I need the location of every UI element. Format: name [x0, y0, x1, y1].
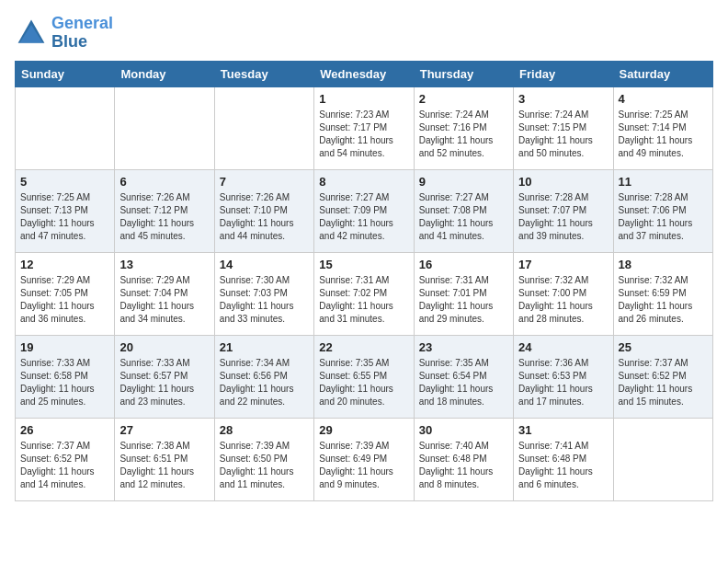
day-number: 5 — [20, 175, 109, 189]
day-info: Sunrise: 7:28 AM Sunset: 7:07 PM Dayligh… — [518, 191, 608, 243]
calendar-day: 11Sunrise: 7:28 AM Sunset: 7:06 PM Dayli… — [613, 169, 712, 252]
day-number: 28 — [220, 423, 309, 437]
day-info: Sunrise: 7:36 AM Sunset: 6:53 PM Dayligh… — [518, 357, 608, 408]
day-number: 14 — [220, 258, 309, 271]
calendar-day: 24Sunrise: 7:36 AM Sunset: 6:53 PM Dayli… — [514, 335, 613, 418]
calendar-day: 5Sunrise: 7:25 AM Sunset: 7:13 PM Daylig… — [16, 169, 115, 252]
day-number: 17 — [518, 258, 608, 271]
day-number: 26 — [20, 423, 109, 437]
day-number: 15 — [319, 258, 408, 271]
weekday-sunday: Sunday — [16, 61, 115, 86]
day-info: Sunrise: 7:26 AM Sunset: 7:12 PM Dayligh… — [119, 191, 209, 243]
day-info: Sunrise: 7:25 AM Sunset: 7:14 PM Dayligh… — [619, 109, 708, 160]
day-number: 31 — [518, 423, 608, 437]
day-info: Sunrise: 7:26 AM Sunset: 7:10 PM Dayligh… — [220, 191, 309, 243]
day-info: Sunrise: 7:24 AM Sunset: 7:15 PM Dayligh… — [518, 109, 608, 160]
day-info: Sunrise: 7:28 AM Sunset: 7:06 PM Dayligh… — [619, 191, 708, 243]
day-info: Sunrise: 7:30 AM Sunset: 7:03 PM Dayligh… — [220, 274, 309, 326]
calendar-day: 4Sunrise: 7:25 AM Sunset: 7:14 PM Daylig… — [613, 86, 712, 169]
day-number: 16 — [419, 258, 508, 271]
calendar-day — [613, 418, 712, 500]
day-info: Sunrise: 7:24 AM Sunset: 7:16 PM Dayligh… — [419, 109, 508, 160]
calendar-day: 16Sunrise: 7:31 AM Sunset: 7:01 PM Dayli… — [414, 252, 513, 335]
day-number: 30 — [419, 423, 508, 437]
day-info: Sunrise: 7:41 AM Sunset: 6:48 PM Dayligh… — [518, 440, 608, 491]
calendar-day: 21Sunrise: 7:34 AM Sunset: 6:56 PM Dayli… — [214, 335, 313, 418]
calendar-day: 31Sunrise: 7:41 AM Sunset: 6:48 PM Dayli… — [514, 418, 613, 500]
calendar-day: 20Sunrise: 7:33 AM Sunset: 6:57 PM Dayli… — [115, 335, 214, 418]
day-number: 7 — [220, 175, 309, 189]
day-number: 22 — [319, 340, 408, 354]
calendar-day — [16, 86, 115, 169]
calendar-day: 22Sunrise: 7:35 AM Sunset: 6:55 PM Dayli… — [314, 335, 414, 418]
calendar-week-1: 1Sunrise: 7:23 AM Sunset: 7:17 PM Daylig… — [16, 86, 713, 169]
day-number: 19 — [20, 340, 109, 354]
day-number: 6 — [119, 175, 209, 189]
day-info: Sunrise: 7:35 AM Sunset: 6:55 PM Dayligh… — [319, 357, 408, 408]
calendar-body: 1Sunrise: 7:23 AM Sunset: 7:17 PM Daylig… — [16, 86, 713, 500]
calendar-day: 14Sunrise: 7:30 AM Sunset: 7:03 PM Dayli… — [214, 252, 313, 335]
calendar-day: 13Sunrise: 7:29 AM Sunset: 7:04 PM Dayli… — [115, 252, 214, 335]
calendar-day: 27Sunrise: 7:38 AM Sunset: 6:51 PM Dayli… — [115, 418, 214, 500]
day-number: 24 — [518, 340, 608, 354]
weekday-friday: Friday — [514, 61, 613, 86]
day-info: Sunrise: 7:25 AM Sunset: 7:13 PM Dayligh… — [20, 191, 109, 243]
calendar-day: 18Sunrise: 7:32 AM Sunset: 6:59 PM Dayli… — [613, 252, 712, 335]
day-info: Sunrise: 7:34 AM Sunset: 6:56 PM Dayligh… — [220, 357, 309, 408]
calendar-week-4: 19Sunrise: 7:33 AM Sunset: 6:58 PM Dayli… — [16, 335, 713, 418]
calendar-header: SundayMondayTuesdayWednesdayThursdayFrid… — [16, 61, 713, 86]
weekday-thursday: Thursday — [414, 61, 513, 86]
weekday-saturday: Saturday — [613, 61, 712, 86]
day-number: 10 — [518, 175, 608, 189]
day-info: Sunrise: 7:27 AM Sunset: 7:09 PM Dayligh… — [319, 191, 408, 243]
day-number: 25 — [619, 340, 708, 354]
calendar-day: 1Sunrise: 7:23 AM Sunset: 7:17 PM Daylig… — [314, 86, 414, 169]
calendar-day: 12Sunrise: 7:29 AM Sunset: 7:05 PM Dayli… — [16, 252, 115, 335]
calendar-day: 29Sunrise: 7:39 AM Sunset: 6:49 PM Dayli… — [314, 418, 414, 500]
calendar-week-5: 26Sunrise: 7:37 AM Sunset: 6:52 PM Dayli… — [16, 418, 713, 500]
day-info: Sunrise: 7:35 AM Sunset: 6:54 PM Dayligh… — [419, 357, 508, 408]
calendar-day — [214, 86, 313, 169]
day-number: 21 — [220, 340, 309, 354]
weekday-header-row: SundayMondayTuesdayWednesdayThursdayFrid… — [16, 61, 713, 86]
day-info: Sunrise: 7:38 AM Sunset: 6:51 PM Dayligh… — [119, 440, 209, 491]
calendar-day: 2Sunrise: 7:24 AM Sunset: 7:16 PM Daylig… — [414, 86, 513, 169]
calendar-day: 9Sunrise: 7:27 AM Sunset: 7:08 PM Daylig… — [414, 169, 513, 252]
day-info: Sunrise: 7:27 AM Sunset: 7:08 PM Dayligh… — [419, 191, 508, 243]
day-info: Sunrise: 7:33 AM Sunset: 6:57 PM Dayligh… — [119, 357, 209, 408]
calendar-week-2: 5Sunrise: 7:25 AM Sunset: 7:13 PM Daylig… — [16, 169, 713, 252]
day-info: Sunrise: 7:23 AM Sunset: 7:17 PM Dayligh… — [319, 109, 408, 160]
day-number: 23 — [419, 340, 508, 354]
day-number: 11 — [619, 175, 708, 189]
day-info: Sunrise: 7:32 AM Sunset: 7:00 PM Dayligh… — [518, 274, 608, 326]
calendar-day: 10Sunrise: 7:28 AM Sunset: 7:07 PM Dayli… — [514, 169, 613, 252]
day-number: 13 — [119, 258, 209, 271]
day-number: 3 — [518, 92, 608, 106]
day-info: Sunrise: 7:29 AM Sunset: 7:04 PM Dayligh… — [119, 274, 209, 326]
calendar-day: 30Sunrise: 7:40 AM Sunset: 6:48 PM Dayli… — [414, 418, 513, 500]
calendar-day: 15Sunrise: 7:31 AM Sunset: 7:02 PM Dayli… — [314, 252, 414, 335]
day-number: 9 — [419, 175, 508, 189]
day-info: Sunrise: 7:31 AM Sunset: 7:02 PM Dayligh… — [319, 274, 408, 326]
calendar-day: 25Sunrise: 7:37 AM Sunset: 6:52 PM Dayli… — [613, 335, 712, 418]
day-number: 20 — [119, 340, 209, 354]
day-info: Sunrise: 7:29 AM Sunset: 7:05 PM Dayligh… — [20, 274, 109, 326]
calendar-day: 8Sunrise: 7:27 AM Sunset: 7:09 PM Daylig… — [314, 169, 414, 252]
day-info: Sunrise: 7:37 AM Sunset: 6:52 PM Dayligh… — [619, 357, 708, 408]
day-info: Sunrise: 7:40 AM Sunset: 6:48 PM Dayligh… — [419, 440, 508, 491]
weekday-wednesday: Wednesday — [314, 61, 414, 86]
logo: GeneralBlue — [15, 15, 113, 52]
day-number: 29 — [319, 423, 408, 437]
calendar-day: 26Sunrise: 7:37 AM Sunset: 6:52 PM Dayli… — [16, 418, 115, 500]
calendar-week-3: 12Sunrise: 7:29 AM Sunset: 7:05 PM Dayli… — [16, 252, 713, 335]
calendar-day: 28Sunrise: 7:39 AM Sunset: 6:50 PM Dayli… — [214, 418, 313, 500]
calendar-day — [115, 86, 214, 169]
day-info: Sunrise: 7:39 AM Sunset: 6:50 PM Dayligh… — [220, 440, 309, 491]
calendar-day: 7Sunrise: 7:26 AM Sunset: 7:10 PM Daylig… — [214, 169, 313, 252]
page-header: GeneralBlue — [15, 15, 713, 52]
weekday-tuesday: Tuesday — [214, 61, 313, 86]
day-info: Sunrise: 7:33 AM Sunset: 6:58 PM Dayligh… — [20, 357, 109, 408]
calendar-day: 17Sunrise: 7:32 AM Sunset: 7:00 PM Dayli… — [514, 252, 613, 335]
logo-text: GeneralBlue — [51, 15, 113, 52]
calendar-day: 3Sunrise: 7:24 AM Sunset: 7:15 PM Daylig… — [514, 86, 613, 169]
